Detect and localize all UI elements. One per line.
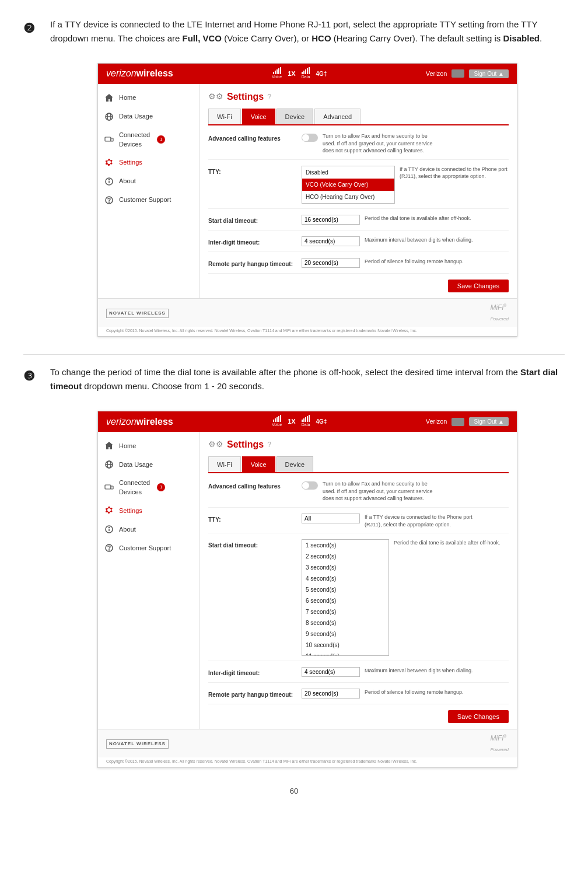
mifi-screen-2: verizonwireless Voice 1X	[97, 411, 517, 767]
screen2-sidebar-home[interactable]: Home	[98, 436, 200, 455]
dial-opt-4[interactable]: 4 second(s)	[302, 573, 388, 584]
screen1-label-tty: TTY:	[208, 166, 302, 176]
tab-advanced[interactable]: Advanced	[314, 109, 360, 125]
screen1-tabs: Wi-Fi Voice Device Advanced	[208, 109, 509, 126]
title-gear-icon: ⚙⚙	[208, 90, 223, 103]
interdigit-select[interactable]: 4 second(s)	[302, 236, 360, 246]
dial-opt-7[interactable]: 7 second(s)	[302, 606, 388, 617]
dial-opt-2[interactable]: 2 second(s)	[302, 551, 388, 562]
step-2-text: If a TTY device is connected to the LTE …	[50, 18, 565, 46]
screen1-control-tty: Disabled VCO (Voice Carry Over) HCO (Hea…	[302, 166, 509, 204]
signal-1x: 1X	[288, 69, 295, 79]
home-label: Home	[119, 93, 136, 103]
screen2-desc-interdigit: Maximum interval between digits when dia…	[365, 667, 473, 675]
screen2-main: ⚙⚙ Settings ? Wi-Fi Voice Device Advance…	[200, 432, 517, 729]
svg-point-7	[109, 179, 110, 180]
screen1-signal-info: Voice 1X Data 4G‡	[272, 67, 327, 81]
data-signal: Data	[302, 67, 310, 81]
dial-opt-1[interactable]: 1 second(s)	[302, 540, 388, 551]
screen2-control-advanced-calling: Turn on to allow Fax and home security t…	[302, 480, 509, 502]
screen2-data-label: Data	[302, 422, 310, 428]
screen2-help-icon: ?	[267, 439, 271, 450]
screen2-sidebar-settings[interactable]: Settings	[98, 501, 200, 520]
screen2-connected-devices-badge: 1	[157, 483, 165, 491]
step-3-block: ❸ To change the period of time the dial …	[23, 365, 565, 393]
dial-opt-3[interactable]: 3 second(s)	[302, 562, 388, 573]
screen2-advanced-calling-toggle[interactable]	[302, 481, 318, 490]
sign-out-button[interactable]: Sign Out ▲	[469, 69, 509, 78]
voice-signal: Voice	[272, 67, 282, 81]
dial-opt-10[interactable]: 10 second(s)	[302, 640, 388, 651]
screen2-remote-hangup-select[interactable]: 20 second(s)	[302, 689, 360, 699]
screen2-sidebar-customer-support[interactable]: Customer Support	[98, 539, 200, 557]
tab-voice[interactable]: Voice	[242, 109, 275, 125]
screen2-home-icon	[104, 441, 114, 451]
dial-opt-6[interactable]: 6 second(s)	[302, 595, 388, 606]
remote-hangup-select-wrap: 20 second(s)	[302, 258, 360, 268]
screen2-sidebar-connected-devices[interactable]: ConnectedDevices 1	[98, 474, 200, 501]
screen2-voice-label: Voice	[272, 422, 282, 428]
screen2-interdigit-select[interactable]: 4 second(s)	[302, 667, 360, 677]
step-3-number: ❸	[23, 366, 40, 386]
tty-option-disabled[interactable]: Disabled	[302, 166, 394, 179]
screen2-signal-1x: 1X	[288, 417, 295, 427]
sidebar-item-connected-devices[interactable]: ConnectedDevices 1	[98, 126, 200, 153]
screenshot-2-wrap: verizonwireless Voice 1X	[50, 411, 565, 767]
tab-device[interactable]: Device	[276, 109, 314, 125]
screen2-control-interdigit: 4 second(s) Maximum interval between dig…	[302, 667, 509, 677]
dial-opt-9[interactable]: 9 second(s)	[302, 628, 388, 640]
screen1-header-right: Verizon Sign Out ▲	[426, 69, 509, 79]
screen1-page-title: Settings	[227, 90, 264, 104]
dial-opt-8[interactable]: 8 second(s)	[302, 617, 388, 628]
sidebar-item-settings[interactable]: Settings	[98, 153, 200, 172]
novatel-brand: NOVATEL WIRELESS	[106, 309, 169, 318]
screen1-desc-remote-hangup: Period of silence following remote hangu…	[365, 258, 464, 266]
screen2-sign-out-button[interactable]: Sign Out ▲	[469, 417, 509, 426]
screen2-row-interdigit: Inter-digit timeout: 4 second(s) Maximum…	[208, 667, 509, 683]
svg-point-9	[109, 202, 110, 202]
start-dial-select[interactable]: 16 second(s)	[302, 215, 360, 225]
advanced-calling-toggle[interactable]	[302, 134, 318, 142]
sidebar-item-customer-support[interactable]: Customer Support	[98, 191, 200, 209]
screen2-desc-remote-hangup: Period of silence following remote hangu…	[365, 689, 464, 696]
tty-option-vco[interactable]: VCO (Voice Carry Over)	[302, 179, 394, 191]
remote-hangup-select[interactable]: 20 second(s)	[302, 258, 360, 268]
screen1-label-advanced-calling: Advanced calling features	[208, 132, 302, 143]
gear-icon	[104, 158, 114, 168]
sidebar-item-data-usage[interactable]: Data Usage	[98, 107, 200, 126]
screen2-copyright: Copyright ©2015. Novatel Wireless, Inc. …	[98, 757, 517, 767]
screen2-tab-voice[interactable]: Voice	[242, 456, 275, 473]
screen2-battery-icon	[452, 418, 464, 426]
sidebar-item-home[interactable]: Home	[98, 89, 200, 107]
screen2-sidebar-about[interactable]: About	[98, 520, 200, 539]
screen2-logo-verizon: verizon	[106, 417, 136, 427]
start-dial-dropdown[interactable]: 1 second(s) 2 second(s) 3 second(s) 4 se…	[302, 539, 389, 656]
tab-wifi[interactable]: Wi-Fi	[208, 109, 241, 125]
tty-option-hco[interactable]: HCO (Hearing Carry Over)	[302, 191, 394, 203]
screen2-tab-wifi[interactable]: Wi-Fi	[208, 456, 241, 473]
sidebar-item-about[interactable]: About	[98, 172, 200, 191]
connected-devices-label: ConnectedDevices	[119, 130, 150, 149]
start-dial-select-wrap: 16 second(s)	[302, 215, 360, 225]
screen1-save-button[interactable]: Save Changes	[448, 280, 509, 292]
screen2-data-usage-label: Data Usage	[119, 460, 153, 470]
screen1-row-remote-hangup: Remote party hangup timeout: 20 second(s…	[208, 258, 509, 274]
screen2-tty-select[interactable]: All	[302, 514, 360, 523]
screen1-body: Home Data Usage ConnectedDevices 1	[98, 84, 517, 298]
screen2-sidebar-data-usage[interactable]: Data Usage	[98, 455, 200, 474]
dial-opt-5[interactable]: 5 second(s)	[302, 584, 388, 595]
screen2-title-bar: ⚙⚙ Settings ?	[208, 438, 509, 452]
tty-dropdown[interactable]: Disabled VCO (Voice Carry Over) HCO (Hea…	[302, 166, 395, 204]
screen2-desc-start-dial: Period the dial tone is available after …	[394, 539, 500, 547]
question-icon	[104, 195, 114, 205]
screen2-tab-device[interactable]: Device	[276, 456, 314, 473]
screen2-voice-signal: Voice	[272, 415, 282, 428]
dial-opt-11[interactable]: 11 second(s)	[302, 651, 388, 656]
interdigit-select-wrap: 4 second(s)	[302, 236, 360, 246]
about-label: About	[119, 176, 136, 186]
screen1-label-interdigit: Inter-digit timeout:	[208, 236, 302, 247]
svg-point-19	[109, 550, 110, 550]
screen2-desc-advanced-calling: Turn on to allow Fax and home security t…	[323, 480, 439, 502]
section-divider	[23, 354, 565, 355]
screen2-save-button[interactable]: Save Changes	[448, 710, 509, 723]
